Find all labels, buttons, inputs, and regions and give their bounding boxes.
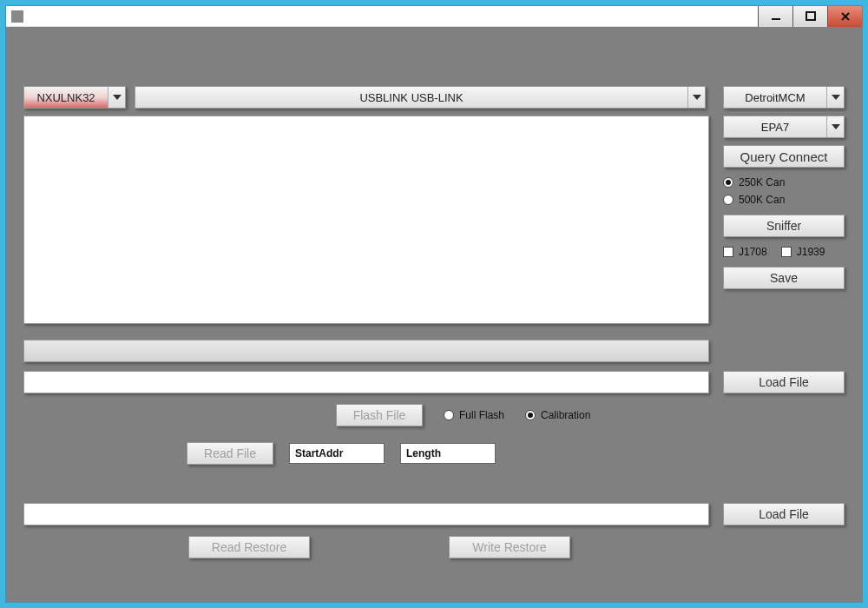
- j1708-label: J1708: [739, 246, 767, 258]
- app-window: NXULNK32 USBLINK USB-LINK DetroitMCM EPA…: [5, 5, 863, 603]
- read-restore-button[interactable]: Read Restore: [188, 536, 310, 558]
- adapter-dll-dropdown[interactable]: NXULNK32: [23, 86, 126, 109]
- protocol-label: EPA7: [724, 116, 826, 137]
- radio-icon: [723, 195, 733, 205]
- radio-icon: [444, 410, 454, 420]
- maximize-button[interactable]: [792, 6, 827, 27]
- can-500k-radio[interactable]: 500K Can: [723, 194, 845, 206]
- close-icon: [840, 11, 851, 22]
- checkbox-icon: [723, 247, 733, 257]
- chevron-down-icon: [826, 116, 844, 137]
- calibration-label: Calibration: [541, 409, 590, 421]
- close-button[interactable]: [827, 6, 862, 27]
- progress-bar: [23, 340, 709, 362]
- checkbox-icon: [781, 247, 792, 257]
- can-500k-label: 500K Can: [739, 194, 785, 206]
- read-file-button[interactable]: Read File: [187, 442, 273, 465]
- start-addr-input[interactable]: [289, 443, 385, 464]
- minimize-button[interactable]: [758, 6, 792, 27]
- write-restore-button[interactable]: Write Restore: [449, 536, 570, 558]
- query-connect-button[interactable]: Query Connect: [723, 145, 845, 168]
- sniffer-button[interactable]: Sniffer: [723, 215, 845, 237]
- save-button[interactable]: Save: [723, 267, 845, 289]
- j1708-checkbox[interactable]: J1708: [723, 246, 767, 258]
- titlebar: [6, 6, 862, 27]
- protocol-dropdown[interactable]: EPA7: [723, 116, 845, 138]
- maximize-icon: [806, 11, 816, 22]
- calibration-radio[interactable]: Calibration: [525, 409, 590, 421]
- flash-file-button[interactable]: Flash File: [336, 404, 423, 426]
- flash-file-path-input[interactable]: [23, 371, 709, 393]
- length-input[interactable]: [400, 443, 496, 464]
- app-icon: [11, 10, 23, 23]
- load-file-button-2[interactable]: Load File: [723, 503, 845, 525]
- minimize-icon: [771, 11, 781, 22]
- log-textarea[interactable]: [23, 116, 709, 324]
- can-250k-label: 250K Can: [739, 176, 785, 188]
- chevron-down-icon: [108, 87, 125, 108]
- svg-rect-1: [806, 12, 815, 20]
- can-250k-radio[interactable]: 250K Can: [723, 176, 845, 188]
- full-flash-label: Full Flash: [459, 409, 504, 421]
- radio-icon: [723, 177, 733, 188]
- ecu-label: DetroitMCM: [724, 87, 826, 108]
- adapter-dll-label: NXULNK32: [24, 87, 108, 108]
- full-flash-radio[interactable]: Full Flash: [444, 409, 504, 421]
- load-file-button-1[interactable]: Load File: [723, 371, 845, 393]
- client-area: NXULNK32 USBLINK USB-LINK DetroitMCM EPA…: [6, 27, 862, 602]
- adapter-name-dropdown[interactable]: USBLINK USB-LINK: [135, 86, 706, 109]
- restore-file-path-input[interactable]: [23, 503, 709, 525]
- radio-icon: [525, 410, 536, 420]
- j1939-checkbox[interactable]: J1939: [781, 246, 825, 258]
- window-controls: [758, 6, 862, 27]
- chevron-down-icon: [826, 87, 844, 108]
- adapter-name-label: USBLINK USB-LINK: [135, 87, 687, 108]
- j1939-label: J1939: [797, 246, 825, 258]
- chevron-down-icon: [687, 87, 705, 108]
- svg-rect-0: [772, 18, 780, 20]
- ecu-dropdown[interactable]: DetroitMCM: [723, 86, 845, 109]
